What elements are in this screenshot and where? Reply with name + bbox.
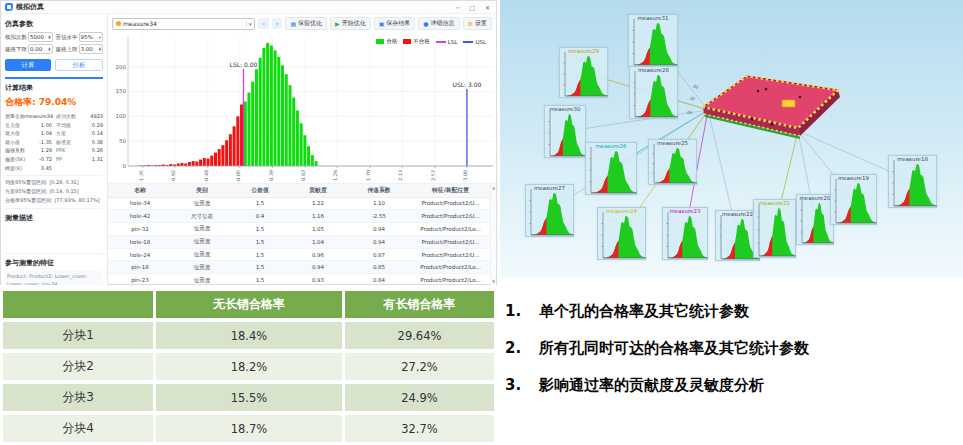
calculate-button[interactable]: 计算: [5, 59, 51, 71]
measure-thumbnail[interactable]: measure28: [629, 66, 678, 119]
confidence-select[interactable]: 95%▾: [79, 32, 104, 42]
保留优化-button[interactable]: ▦保留优化: [285, 17, 327, 30]
table-row[interactable]: hole-34位置度1.51.221.10Product/Product2/U.…: [108, 197, 491, 210]
block-value-cell: 18.7%: [156, 415, 342, 442]
block-value-cell: 15.5%: [156, 384, 342, 411]
measure-thumbnail[interactable]: measure18: [888, 155, 937, 208]
value-spinner[interactable]: 3.00▲▼: [79, 44, 104, 54]
tool-button-label: 设置: [475, 19, 487, 28]
maximize-button[interactable]: □: [469, 4, 475, 11]
stat-label: 偏移系数: [5, 146, 25, 155]
mini-histogram: [754, 200, 797, 259]
block-row-label: 分块4: [3, 415, 153, 442]
svg-text:0: 0: [123, 163, 127, 169]
feature-link[interactable]: Product/Product2/U...: [410, 210, 491, 223]
svg-text:150: 150: [116, 88, 127, 94]
lsl-label: LSL: 0.00: [230, 61, 258, 68]
assembly-3d-view[interactable]: measure31measure29measure28measure30meas…: [500, 0, 963, 278]
feature-link[interactable]: Product/Product2/Lo...: [410, 274, 491, 285]
feature-link[interactable]: Product/Product2/Lo...: [410, 223, 491, 236]
pass-rate-value: 79.04%: [39, 97, 77, 107]
note-number: 1.: [505, 302, 539, 321]
stat-label: 平均值: [56, 121, 71, 130]
close-button[interactable]: ✕: [485, 4, 490, 11]
table-cell: 位置度: [172, 223, 232, 236]
toolbar: measure34 ▾ ‹ › ▦保留优化▶开始优化▣保存结果●详细信息⚙设置: [108, 14, 496, 33]
legend-swatch: [403, 39, 411, 44]
app-icon: [5, 3, 13, 11]
feature-link[interactable]: Product/Product2/U...: [410, 248, 491, 261]
scroll-down-icon[interactable]: ▼: [492, 279, 495, 284]
mini-histogram: [630, 67, 679, 120]
table-row[interactable]: pin-32位置度1.51.050.94Product/Product2/Lo.…: [108, 223, 491, 236]
table-cell: 位置度: [172, 248, 232, 261]
mini-histogram: [649, 140, 698, 186]
minimize-button[interactable]: ─: [456, 4, 460, 11]
table-row[interactable]: pin-18位置度1.50.940.85Product/Product2/Lo.…: [108, 261, 491, 274]
stat-value: -0.72: [39, 155, 52, 164]
table-cell: 1.22: [288, 197, 348, 210]
stat-value: 1.04: [41, 129, 52, 138]
value-spinner[interactable]: 5000▲▼: [28, 32, 53, 42]
measure-thumbnail[interactable]: measure21: [753, 199, 796, 258]
measure-thumbnail[interactable]: measure27: [525, 184, 574, 237]
table-scrollbar[interactable]: ▲ ▼: [490, 184, 496, 285]
pass-rate-label: 合格率:: [5, 97, 36, 107]
measure-select[interactable]: measure34 ▾: [112, 18, 255, 30]
保存结果-button[interactable]: ▣保存结果: [374, 17, 416, 30]
confidence-interval: 合格率95%置信区间: [77.93%, 80.17%]: [5, 196, 103, 205]
measure-thumbnail[interactable]: measure25: [648, 139, 697, 185]
feature-link[interactable]: Product/Product2/U...: [410, 235, 491, 248]
param-label: 规格下限: [5, 46, 27, 53]
开始优化-button[interactable]: ▶开始优化: [330, 17, 371, 30]
table-row[interactable]: hole-18位置度1.51.040.94Product/Product2/U.…: [108, 235, 491, 248]
axis-label-dx: dx: [687, 110, 693, 115]
mini-histogram: [586, 143, 638, 196]
table-cell: 0.94: [348, 223, 410, 236]
spinner-arrows-icon[interactable]: ▲▼: [48, 35, 50, 40]
measure-thumbnail[interactable]: measure26: [585, 142, 637, 195]
feature-link[interactable]: Product/Product2/Lo...: [410, 261, 491, 274]
next-measure-button[interactable]: ›: [272, 18, 282, 29]
prev-measure-button[interactable]: ‹: [258, 18, 268, 29]
column-header: 公差值: [232, 184, 288, 197]
mini-histogram: [629, 15, 679, 68]
table-row[interactable]: pin-23位置度1.50.930.84Product/Product2/Lo.…: [108, 274, 491, 285]
设置-button[interactable]: ⚙设置: [463, 17, 492, 30]
measure-thumbnail[interactable]: measure30: [544, 105, 586, 158]
results-section-title: 计算结果: [5, 83, 103, 93]
block-value-cell: 27.2%: [345, 353, 494, 380]
axis-label-dy: dy: [693, 84, 699, 89]
table-row[interactable]: hole-24位置度1.50.960.87Product/Product2/U.…: [108, 248, 491, 261]
analysis-notes: 1.单个孔的合格率及其它统计参数2.所有孔同时可达的合格率及其它统计参数3.影响…: [505, 302, 960, 413]
block-column-header: 有长销合格率: [345, 291, 494, 318]
table-cell: hole-34: [108, 197, 172, 210]
spinner-arrows-icon[interactable]: ▲▼: [48, 47, 50, 52]
measure-thumbnail[interactable]: measure19: [830, 174, 877, 225]
value-spinner[interactable]: 0.00▲▼: [28, 44, 53, 54]
measure-thumbnail[interactable]: measure20: [796, 194, 834, 245]
stat-row: 峰度(K)3.45: [5, 164, 52, 173]
measure-thumbnail[interactable]: measure24: [597, 207, 646, 260]
table-cell: 0.4: [232, 210, 288, 223]
spinner-arrows-icon[interactable]: ▲▼: [99, 47, 101, 52]
block-value-cell: 24.9%: [345, 384, 494, 411]
note-number: 2.: [505, 339, 539, 358]
详细信息-button[interactable]: ●详细信息: [418, 17, 459, 30]
stat-value: 1.31: [92, 155, 103, 164]
measure-thumbnail[interactable]: measure23: [662, 207, 708, 260]
scroll-up-icon[interactable]: ▲: [492, 185, 495, 190]
table-cell: 位置度: [172, 235, 232, 248]
mini-histogram: [526, 185, 575, 238]
simulation-sidebar: 仿真参数 模拟次数5000▲▼置信水平95%▾规格下限0.00▲▼规格上限3.0…: [1, 14, 108, 285]
feature-link[interactable]: Product/Product2/U...: [410, 197, 491, 210]
table-row[interactable]: hole-42尺寸公差0.41.16-2.55Product/Product2/…: [108, 210, 491, 223]
measure-thumbnail[interactable]: measure29: [559, 47, 608, 98]
measure-thumbnail[interactable]: measure31: [628, 14, 678, 67]
table-cell: 0.93: [288, 274, 348, 285]
stat-value: 1.00: [41, 121, 52, 130]
analyze-button[interactable]: 分析: [55, 59, 103, 71]
legend-item-USL: USL: [463, 39, 486, 45]
table-cell: 位置度: [172, 261, 232, 274]
note-item: 1.单个孔的合格率及其它统计参数: [505, 302, 960, 321]
